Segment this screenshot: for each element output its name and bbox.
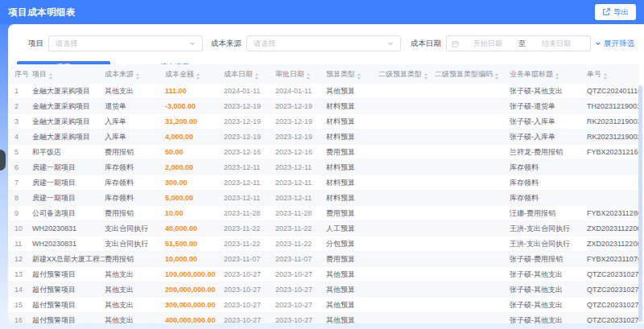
cell-二级预算类型编码 [435, 191, 510, 206]
cell-预算类型: 其他预算 [326, 313, 378, 324]
sort-icon[interactable] [357, 73, 361, 80]
cell-序号: 11 [8, 236, 32, 252]
expand-filter-label: 展开筛选 [604, 39, 634, 49]
cell-二级预算类型 [378, 313, 435, 324]
cell-二级预算类型 [378, 145, 435, 160]
table-row[interactable]: 5和平饭店费用报销50.002023-12-162023-12-16费用预算兰祥… [8, 145, 639, 160]
project-select[interactable]: 请选择 [48, 35, 203, 51]
cell-成本来源: 支出合同执行 [105, 236, 165, 252]
cell-成本金额: 50.00 [165, 145, 224, 160]
cost-detail-table: 序号项目成本来源成本金额成本日期审批日期预算类型二级预算类型二级预算类型编码业务… [8, 64, 639, 323]
page-title: 项目成本明细表 [8, 6, 76, 19]
cell-成本来源: 退货单 [105, 99, 165, 114]
cell-序号: 10 [8, 221, 32, 236]
cell-成本日期: 2023-12-11 [224, 160, 275, 175]
cell-单号: FYBX20231128001 [587, 206, 639, 221]
cell-成本日期: 2023-11-28 [224, 206, 275, 221]
cell-成本来源: 入库单 [105, 130, 165, 145]
cell-预算类型: 其他预算 [326, 298, 378, 313]
cell-业务单据标题: 张子硕-其他支出 [510, 282, 587, 298]
export-button[interactable]: 导出 [595, 4, 636, 20]
cost-source-select[interactable]: 请选择 [246, 35, 401, 51]
column-header-7[interactable]: 二级预算类型 [378, 64, 435, 84]
table-row[interactable]: 11WH20230831支出合同执行51,500.002023-11-22202… [8, 236, 639, 252]
cell-预算类型: 材料预算 [326, 114, 378, 130]
cell-成本金额: 400,000,000.00 [165, 313, 224, 324]
cell-项目: 金融大厦采购项目 [32, 84, 105, 99]
column-header-4[interactable]: 成本日期 [224, 64, 275, 84]
cost-source-filter-label: 成本来源 [211, 39, 242, 49]
cell-项目: 房建一期项目 [32, 160, 105, 175]
cell-项目: 超付预警项目 [32, 298, 105, 313]
cell-业务单据标题: 张子硕-费用报销 [510, 252, 587, 267]
column-header-9[interactable]: 业务单据标题 [510, 64, 587, 84]
cell-审批日期: 2023-12-19 [275, 99, 326, 114]
cell-成本金额: 100,000,000.00 [165, 267, 224, 282]
column-header-2[interactable]: 成本来源 [105, 64, 165, 84]
table-row[interactable]: 1金融大厦采购项目其他支出111.002024-01-112024-01-11其… [8, 84, 639, 99]
sort-icon[interactable] [49, 73, 52, 80]
cell-序号: 16 [8, 313, 32, 324]
cell-审批日期: 2023-12-11 [275, 175, 326, 191]
column-header-3[interactable]: 成本金额 [165, 64, 224, 84]
table-row[interactable]: 13超付预警项目其他支出100,000,000.002023-10-272023… [8, 267, 639, 282]
cell-业务单据标题: 张子硕-其他支出 [510, 84, 587, 99]
table-row[interactable]: 9公司备选项目费用报销10.002023-11-282023-11-28费用预算… [8, 206, 639, 221]
column-header-5[interactable]: 审批日期 [275, 64, 326, 84]
cell-审批日期: 2023-11-07 [275, 252, 326, 267]
table-row[interactable]: 3金融大厦采购项目入库单31,200.002023-12-192023-12-1… [8, 114, 639, 130]
cell-审批日期: 2023-11-22 [275, 236, 326, 252]
cell-成本金额: 200,000,000.00 [165, 282, 224, 298]
column-label: 二级预算类型编码 [435, 70, 493, 78]
sort-icon[interactable] [136, 73, 139, 80]
column-header-1[interactable]: 项目 [32, 64, 105, 84]
cell-审批日期: 2023-11-22 [275, 221, 326, 236]
table-row[interactable]: 10WH20230831支出合同执行40,000.002023-11-22202… [8, 221, 639, 236]
cell-项目: 房建一期项目 [32, 175, 105, 191]
table-row[interactable]: 7房建一期项目库存领料300.002023-12-112023-12-11材料预… [8, 175, 639, 191]
content-card: 项目 请选择 成本来源 请选择 成本日期 开始日期 至 结束日期 展开筛选 搜索… [8, 24, 644, 323]
drawer-handle[interactable] [0, 150, 6, 171]
table-row[interactable]: 14超付预警项目其他支出200,000,000.002023-10-272023… [8, 282, 639, 298]
sort-icon[interactable] [196, 73, 200, 80]
table-row[interactable]: 8房建一期项目库存领料5,000.002023-12-112023-12-11材… [8, 191, 639, 206]
cell-二级预算类型 [378, 160, 435, 175]
sort-icon[interactable] [604, 73, 607, 80]
cell-序号: 14 [8, 282, 32, 298]
sort-icon[interactable] [307, 73, 310, 80]
start-date-placeholder: 开始日期 [459, 39, 517, 49]
cost-date-range-input[interactable]: 开始日期 至 结束日期 [446, 35, 591, 51]
cell-二级预算类型编码 [435, 298, 510, 313]
cell-二级预算类型编码 [435, 145, 510, 160]
cell-单号: TH20231219001 [587, 99, 639, 114]
column-header-10[interactable]: 单号 [587, 64, 639, 84]
cell-单号: QTZC20231027002 [587, 313, 639, 324]
expand-filter-link[interactable]: 展开筛选 [595, 39, 634, 49]
sort-icon[interactable] [424, 73, 427, 80]
sort-icon[interactable] [555, 73, 559, 80]
cell-单号: FYBX20231216001 [587, 145, 639, 160]
cell-项目: 超付预警项目 [32, 313, 105, 324]
cell-成本金额: -3,000.00 [165, 99, 224, 114]
cell-二级预算类型编码 [435, 236, 510, 252]
table-row[interactable]: 6房建一期项目库存领料2,000.002023-12-112023-12-11材… [8, 160, 639, 175]
cell-成本金额: 2,000.00 [165, 160, 224, 175]
cell-成本来源: 费用报销 [105, 252, 165, 267]
table-row[interactable]: 2金融大厦采购项目退货单-3,000.002023-12-192023-12-1… [8, 99, 639, 114]
cell-审批日期: 2023-10-27 [275, 298, 326, 313]
cell-成本金额: 300,000,000.00 [165, 298, 224, 313]
table-row[interactable]: 4金融大厦采购项目入库单4,000.002023-12-192023-12-19… [8, 130, 639, 145]
cell-单号: QTZC20231027002 [587, 267, 639, 282]
cell-成本来源: 其他支出 [105, 298, 165, 313]
column-header-6[interactable]: 预算类型 [326, 64, 378, 84]
cell-二级预算类型 [378, 267, 435, 282]
table-row[interactable]: 16超付预警项目其他支出400,000,000.002023-10-272023… [8, 313, 639, 324]
chevron-down-icon [189, 40, 196, 47]
column-header-8[interactable]: 二级预算类型编码 [435, 64, 510, 84]
table-row[interactable]: 15超付预警项目其他支出300,000,000.002023-10-272023… [8, 298, 639, 313]
table-scrollbar[interactable] [638, 85, 642, 322]
table-row[interactable]: 12新建XX总部大厦工程二期费用报销10,000.002023-11-07202… [8, 252, 639, 267]
cell-单号: QTZC20240111001 [587, 84, 639, 99]
sort-icon[interactable] [495, 73, 498, 80]
sort-icon[interactable] [255, 73, 258, 80]
